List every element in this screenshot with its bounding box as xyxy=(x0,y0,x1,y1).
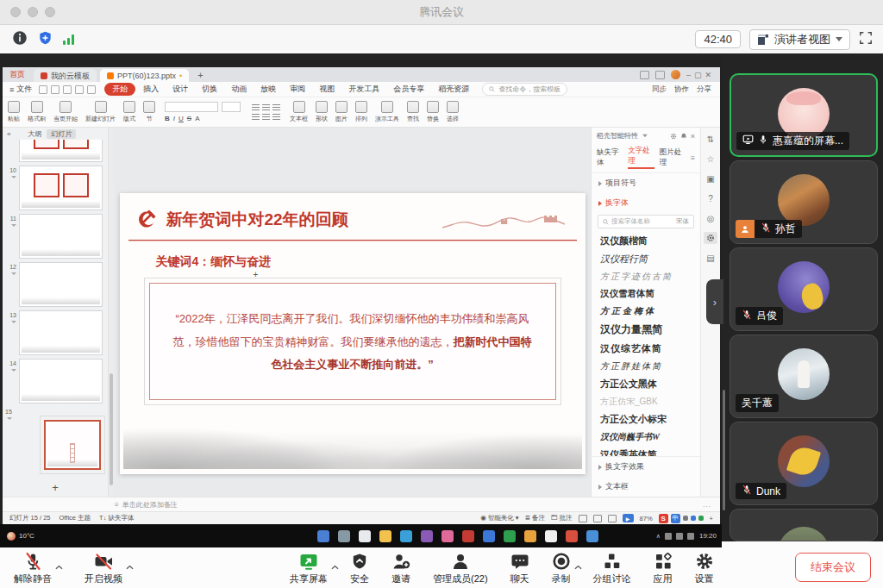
font-option[interactable]: 汉仪程行简 xyxy=(592,250,700,268)
ribbon-选择[interactable]: 选择 xyxy=(447,101,459,123)
favorites-star-icon[interactable]: ☆ xyxy=(704,153,717,165)
toolbar-video-button[interactable]: 开启视频 xyxy=(85,551,122,585)
panel-tab-0[interactable]: 缺失字体 xyxy=(597,147,623,168)
format-button-B[interactable]: B xyxy=(165,115,170,122)
menu-tab-10[interactable]: 稻壳资源 xyxy=(432,83,475,96)
font-option[interactable]: 方正仿宋_GBK xyxy=(592,393,700,410)
sidebar-scrollbar[interactable] xyxy=(723,390,725,510)
taskbar-app-icon[interactable] xyxy=(317,530,329,542)
taskbar-app-icon[interactable] xyxy=(504,530,516,542)
restore-layout-icon[interactable] xyxy=(655,71,665,79)
quote-textbox[interactable]: + “2022年，江泽民同志离开了我们。我们深切缅怀他的丰功伟绩和崇高风范，珍惜… xyxy=(149,283,556,400)
taskbar-app-icon[interactable] xyxy=(421,530,433,542)
toolbar-settings-button[interactable]: 设置 xyxy=(695,551,714,585)
slideshow-play-button[interactable]: ▶ xyxy=(623,514,634,522)
outline-tab[interactable]: 大纲 xyxy=(28,129,41,139)
adjust-icon[interactable]: ⇅ xyxy=(704,133,717,145)
font-size-select[interactable] xyxy=(222,102,241,112)
menu-tab-7[interactable]: 视图 xyxy=(313,83,341,96)
smart-beautify-button[interactable]: ◉ 智能美化 ▾ xyxy=(480,514,519,522)
notification-bell-icon[interactable] xyxy=(680,133,687,140)
font-option[interactable]: 汉仪综艺体简 xyxy=(592,340,700,358)
slide-thumbnail-13[interactable]: 13 xyxy=(3,309,108,357)
toolbar-record-button[interactable]: 录制 xyxy=(552,551,571,585)
menu-tab-3[interactable]: 切换 xyxy=(196,83,223,96)
font-option[interactable]: 汉仪力量黑简 xyxy=(592,320,700,340)
notes-more-button[interactable]: ... xyxy=(703,501,711,509)
font-option[interactable]: 方正金梅体 xyxy=(592,303,700,320)
panel-menu-icon[interactable]: ≡ xyxy=(691,153,695,162)
taskbar-weather[interactable]: 10°C xyxy=(7,532,34,541)
participant-tile-孙哲[interactable]: 孙哲 xyxy=(730,160,878,244)
sogou-ime-icon[interactable]: S xyxy=(659,514,668,523)
font-option[interactable]: 方正公文黑体 xyxy=(592,375,700,393)
section-change-font[interactable]: 换字体 xyxy=(592,193,700,213)
slide-thumbnail-15[interactable]: 15 xyxy=(3,405,108,472)
panel-tab-2[interactable]: 图片处理 xyxy=(660,147,686,168)
participant-tile-吕俊[interactable]: 吕俊 xyxy=(730,247,878,331)
taskbar-app-icon[interactable] xyxy=(566,530,578,542)
menu-tab-5[interactable]: 放映 xyxy=(254,83,282,96)
taskbar-app-icon[interactable] xyxy=(338,530,350,542)
file-menu-button[interactable]: ≡ 文件 xyxy=(9,84,32,95)
ribbon-查找[interactable]: 查找 xyxy=(407,101,419,123)
ribbon-当页开始[interactable]: 当页开始 xyxy=(53,101,78,123)
toolbar-breakout-button[interactable]: 分组讨论 xyxy=(593,551,631,585)
quick-access-icons[interactable] xyxy=(39,85,96,94)
comments-toggle[interactable]: 🗔 批注 xyxy=(551,514,573,522)
taskbar-app-icon[interactable] xyxy=(524,530,536,542)
menu-right-1[interactable]: 协作 xyxy=(674,84,689,95)
ribbon-图片[interactable]: 图片 xyxy=(335,101,348,123)
wps-window-controls[interactable]: –▢✕ xyxy=(686,71,715,79)
help-icon[interactable]: ? xyxy=(704,192,717,204)
font-option[interactable]: 汉仪尚巍手书W xyxy=(592,428,700,446)
ribbon-演示工具[interactable]: 演示工具 xyxy=(375,101,399,123)
end-meeting-button[interactable]: 结束会议 xyxy=(795,553,871,582)
panel-settings-icon[interactable] xyxy=(670,133,677,140)
font-option[interactable]: 方正胖娃体简 xyxy=(592,358,700,375)
taskbar-app-icon[interactable] xyxy=(462,530,474,542)
slides-tab[interactable]: 幻灯片 xyxy=(47,129,76,139)
sidebar-collapse-handle[interactable]: › xyxy=(706,279,723,324)
align-icons[interactable] xyxy=(252,114,280,121)
section-text-effects[interactable]: 换文字效果 xyxy=(592,457,700,477)
ribbon-格式刷[interactable]: 格式刷 xyxy=(28,101,46,123)
ribbon-粘贴[interactable]: 粘贴 xyxy=(8,101,20,123)
toolbar-invite-button[interactable]: 邀请 xyxy=(391,551,410,585)
wps-document-tab[interactable]: PPT(60)123.pptx • xyxy=(100,69,189,83)
ime-skin-icon[interactable] xyxy=(698,516,704,521)
toolbar-members-button[interactable]: 管理成员(22) xyxy=(433,551,488,585)
collapse-panel-icon[interactable]: « xyxy=(7,130,10,138)
bullet-list-icons[interactable] xyxy=(252,104,280,111)
format-button-U[interactable]: U xyxy=(178,115,184,122)
meeting-info-icon[interactable] xyxy=(12,30,28,49)
menu-tab-0[interactable]: 开始 xyxy=(104,83,135,96)
settings-rail-icon[interactable] xyxy=(704,232,717,244)
sorter-view-icon[interactable] xyxy=(593,515,602,522)
taskbar-tray[interactable]: ∧ 19:20 xyxy=(656,532,717,540)
taskbar-app-icon[interactable] xyxy=(400,530,412,542)
close-panel-icon[interactable]: × xyxy=(691,132,695,141)
font-search-box[interactable]: 搜索字体名称 宋体 xyxy=(598,215,694,228)
command-search-box[interactable]: 查找命令，搜索模板 xyxy=(482,83,567,96)
copy-panel-icon[interactable]: ▣ xyxy=(704,172,717,185)
section-bullets[interactable]: 项目符号 xyxy=(592,173,700,193)
font-filter-label[interactable]: 宋体 xyxy=(676,217,689,226)
chevron-up-icon[interactable] xyxy=(574,558,582,573)
zoom-level[interactable]: 87% xyxy=(640,515,653,522)
participant-tile-惠嘉蕴的屏幕...[interactable]: 惠嘉蕴的屏幕... xyxy=(730,73,878,157)
fullscreen-icon[interactable] xyxy=(859,31,873,48)
reader-icon[interactable]: ▤ xyxy=(704,252,717,264)
taskbar-app-icon[interactable] xyxy=(359,530,371,542)
notes-toggle[interactable]: ≣ 备注 xyxy=(525,514,545,522)
new-doc-tab-button[interactable]: + xyxy=(197,70,203,80)
slide-canvas[interactable]: 新年贺词中对22年的回顾 关键词4：缅怀与奋进 + xyxy=(114,128,591,497)
menu-tab-8[interactable]: 开发工具 xyxy=(342,83,385,96)
network-signal-icon[interactable] xyxy=(63,34,74,45)
ribbon-新建幻灯片[interactable]: 新建幻灯片 xyxy=(85,101,116,123)
ribbon-排列[interactable]: 排列 xyxy=(355,101,367,123)
ribbon-替换[interactable]: 替换 xyxy=(427,101,439,123)
slide-thumbnail-9[interactable]: 9 xyxy=(3,140,108,164)
font-option[interactable]: 汉仪秀英体简 xyxy=(592,446,700,457)
font-option[interactable]: 汉仪雪君体简 xyxy=(592,285,700,303)
